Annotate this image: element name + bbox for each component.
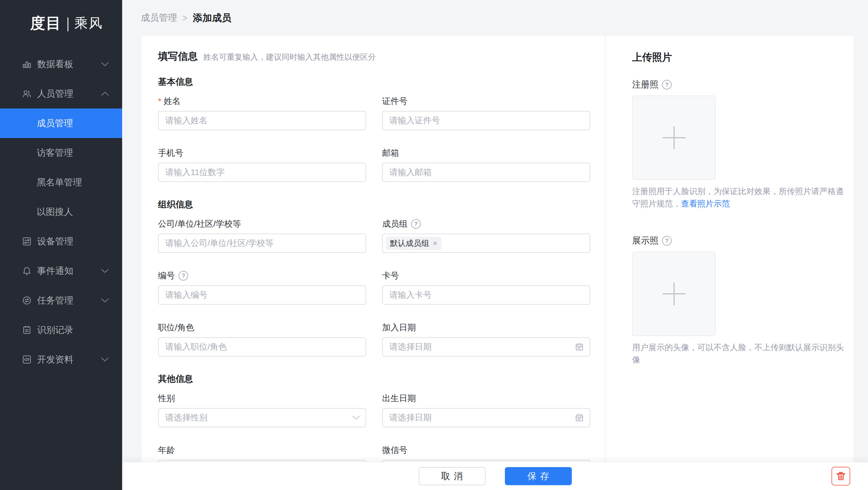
sidebar-item-label: 黑名单管理	[37, 176, 82, 189]
tag-remove-icon[interactable]: ×	[433, 239, 437, 247]
gender-select[interactable]	[158, 408, 366, 427]
field-name: * 姓名	[158, 95, 366, 130]
name-input[interactable]	[158, 111, 366, 130]
help-icon[interactable]: ?	[411, 219, 421, 229]
email-input[interactable]	[382, 163, 590, 182]
trash-icon	[835, 471, 846, 482]
tag-label: 默认成员组	[390, 238, 429, 249]
sidebar-item-events[interactable]: 事件通知	[0, 256, 122, 286]
form-title: 填写信息	[158, 50, 198, 63]
help-icon[interactable]: ?	[662, 80, 672, 90]
sidebar-item-personnel[interactable]: 人员管理	[0, 79, 122, 108]
field-join-date: 加入日期	[382, 322, 590, 357]
member-group-tag: 默认成员组 ×	[386, 236, 441, 250]
photo-example-link[interactable]: 查看照片示范	[681, 199, 730, 208]
chevron-down-icon	[101, 298, 109, 303]
add-member-card: 填写信息 姓名可重复输入，建议同时输入其他属性以便区分 基本信息 * 姓名 证件…	[142, 36, 854, 490]
sidebar-item-label: 事件通知	[37, 265, 73, 277]
field-label: 出生日期	[382, 393, 416, 404]
help-icon[interactable]: ?	[662, 236, 672, 246]
sidebar-item-label: 任务管理	[37, 294, 73, 307]
sidebar-item-blacklist[interactable]: 黑名单管理	[0, 168, 122, 197]
phone-input[interactable]	[158, 163, 366, 182]
company-input[interactable]	[158, 233, 366, 253]
field-label: 证件号	[382, 96, 407, 107]
calendar-icon[interactable]	[575, 413, 584, 423]
logo-secondary-text: 乘风	[74, 14, 103, 32]
sidebar-item-dashboard[interactable]: 数据看板	[0, 50, 122, 79]
sidebar-submenu-personnel: 成员管理 访客管理 黑名单管理 以图搜人	[0, 108, 122, 227]
field-label: 微信号	[382, 445, 407, 456]
section-heading-other: 其他信息	[158, 373, 590, 385]
display-photo-label: 展示照	[632, 235, 658, 247]
breadcrumb: 成员管理 > 添加成员	[122, 0, 868, 36]
chevron-up-icon	[101, 91, 109, 96]
number-input[interactable]	[158, 285, 366, 305]
field-number: 编号 ?	[158, 270, 366, 305]
register-photo-hint: 注册照用于人脸识别，为保证比对效果，所传照片请严格遵守照片规范，查看照片示范	[632, 185, 846, 210]
member-group-input[interactable]: 默认成员组 ×	[382, 233, 590, 253]
register-photo-label-row: 注册照 ?	[632, 79, 846, 91]
card-number-input[interactable]	[382, 285, 590, 305]
field-company: 公司/单位/社区/学校等	[158, 218, 366, 253]
section-heading-organization: 组织信息	[158, 199, 590, 210]
breadcrumb-parent[interactable]: 成员管理	[141, 12, 177, 24]
upload-panel: 上传照片 注册照 ? 注册照用于人脸识别，为保证比对效果，所传照片请严格遵守照片…	[605, 36, 854, 490]
field-member-group: 成员组 ? 默认成员组 ×	[382, 218, 590, 253]
field-label: 加入日期	[382, 322, 416, 333]
sidebar-item-members[interactable]: 成员管理	[0, 108, 122, 138]
field-email: 邮箱	[382, 147, 590, 182]
sidebar: 度目 | 乘风 数据看板 人员管理 成员管理	[0, 0, 122, 490]
chevron-down-icon	[101, 62, 109, 67]
sidebar-item-tasks[interactable]: 任务管理	[0, 286, 122, 315]
field-birth-date: 出生日期	[382, 392, 590, 427]
sidebar-item-label: 人员管理	[37, 88, 73, 100]
sidebar-item-records[interactable]: 识别记录	[0, 315, 122, 345]
register-photo-label: 注册照	[632, 79, 658, 91]
sidebar-item-visitors[interactable]: 访客管理	[0, 138, 122, 168]
display-photo-hint: 用户展示的头像，可以不含人脸，不上传则默认展示识别头像	[632, 341, 846, 366]
record-clipboard-icon	[22, 325, 32, 335]
required-mark: *	[158, 96, 161, 106]
field-label: 编号	[158, 270, 175, 282]
sidebar-item-search-by-image[interactable]: 以图搜人	[0, 197, 122, 227]
field-label: 邮箱	[382, 148, 399, 159]
member-form: 填写信息 姓名可重复输入，建议同时输入其他属性以便区分 基本信息 * 姓名 证件…	[142, 36, 605, 490]
sidebar-item-label: 数据看板	[37, 58, 73, 70]
plus-icon	[662, 126, 685, 149]
sidebar-item-label: 开发资料	[37, 354, 73, 366]
field-label: 性别	[158, 393, 175, 404]
id-number-input[interactable]	[382, 111, 590, 130]
section-heading-basic: 基本信息	[158, 76, 590, 88]
sidebar-item-label: 以图搜人	[37, 206, 73, 218]
save-button[interactable]: 保存	[505, 467, 572, 485]
bar-chart-icon	[22, 59, 32, 69]
display-photo-label-row: 展示照 ?	[632, 235, 846, 247]
position-input[interactable]	[158, 337, 366, 357]
calendar-icon[interactable]	[575, 342, 584, 352]
chevron-down-icon	[352, 415, 360, 420]
field-card-number: 卡号	[382, 270, 590, 305]
users-icon	[22, 89, 32, 99]
cancel-button[interactable]: 取消	[418, 467, 486, 485]
register-photo-upload[interactable]	[632, 96, 716, 180]
sidebar-item-dev-docs[interactable]: 开发资料	[0, 345, 122, 374]
main-content: 成员管理 > 添加成员 填写信息 姓名可重复输入，建议同时输入其他属性以便区分 …	[122, 0, 868, 490]
field-label: 公司/单位/社区/学校等	[158, 218, 241, 230]
delete-button[interactable]	[832, 467, 850, 486]
sidebar-item-label: 成员管理	[37, 117, 73, 130]
help-icon[interactable]: ?	[179, 271, 188, 281]
field-label: 卡号	[382, 270, 399, 282]
chevron-down-icon	[101, 268, 109, 273]
sidebar-item-label: 识别记录	[37, 324, 73, 336]
field-label: 年龄	[158, 445, 175, 456]
task-transfer-icon	[22, 295, 32, 305]
join-date-input[interactable]	[382, 337, 590, 357]
sidebar-item-label: 访客管理	[37, 147, 73, 159]
field-label: 成员组	[382, 218, 407, 230]
field-label: 手机号	[158, 148, 183, 159]
sidebar-item-devices[interactable]: 设备管理	[0, 227, 122, 256]
breadcrumb-separator-icon: >	[183, 12, 187, 24]
birth-date-input[interactable]	[382, 408, 590, 427]
display-photo-upload[interactable]	[632, 252, 716, 336]
